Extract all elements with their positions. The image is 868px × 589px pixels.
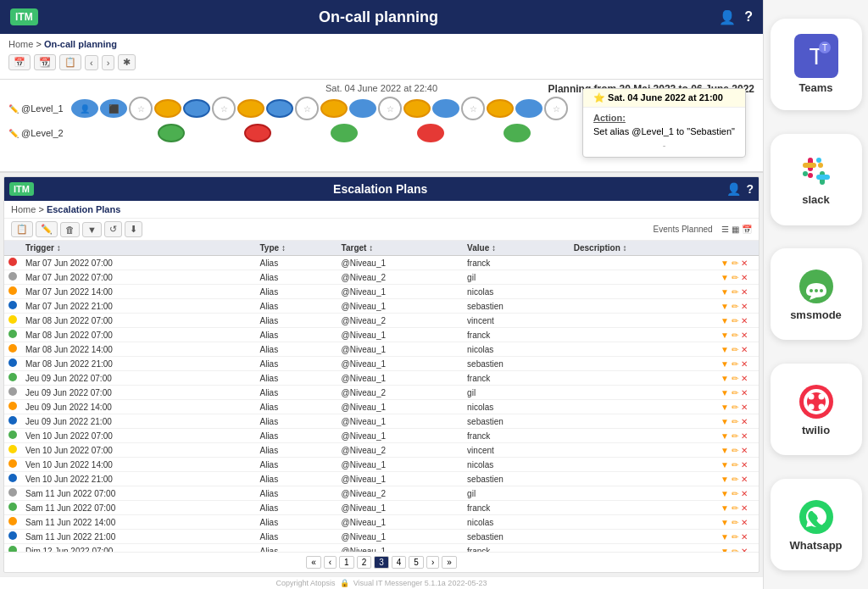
view-icon1[interactable]: ☰ [721, 225, 729, 234]
cell-l2-1[interactable] [158, 124, 185, 142]
row-filter-icon[interactable]: ▼ [721, 331, 729, 340]
row-delete-icon[interactable]: ✕ [741, 503, 748, 513]
cell-l1-8[interactable] [266, 99, 293, 118]
esc-user-icon[interactable]: 👤 [726, 182, 741, 196]
user-icon[interactable]: 👤 [719, 9, 736, 25]
row-filter-icon[interactable]: ▼ [721, 403, 729, 412]
first-page-btn[interactable]: « [306, 556, 321, 569]
col-value[interactable]: Value ↕ [463, 241, 570, 256]
esc-add-btn[interactable]: 📋 [11, 221, 33, 237]
row-delete-icon[interactable]: ✕ [741, 489, 748, 498]
cell-l1-3[interactable]: ☆ [129, 97, 153, 120]
row-edit-icon[interactable]: ✏ [732, 532, 738, 542]
cell-l1-14[interactable] [432, 99, 459, 118]
row-edit-icon[interactable]: ✏ [732, 359, 738, 369]
cell-l1-17[interactable] [515, 99, 542, 118]
row-filter-icon[interactable]: ▼ [721, 446, 729, 455]
edit-level2-icon[interactable]: ✏️ [8, 129, 19, 138]
calendar-btn[interactable]: 📅 [8, 54, 31, 70]
cell-l2-7[interactable] [331, 124, 358, 142]
page-1-btn[interactable]: 1 [339, 556, 354, 569]
next-page-btn[interactable]: › [426, 556, 439, 569]
row-delete-icon[interactable]: ✕ [741, 388, 748, 397]
row-delete-icon[interactable]: ✕ [741, 460, 748, 470]
help-icon[interactable]: ? [744, 9, 753, 25]
row-edit-icon[interactable]: ✏ [732, 403, 738, 412]
row-delete-icon[interactable]: ✕ [741, 273, 748, 282]
row-delete-icon[interactable]: ✕ [741, 359, 748, 369]
next-btn[interactable]: › [102, 55, 115, 70]
cell-l1-6[interactable]: ☆ [212, 97, 236, 120]
edit-level1-icon[interactable]: ✏️ [8, 104, 19, 114]
row-filter-icon[interactable]: ▼ [721, 460, 729, 470]
esc-export-btn[interactable]: ⬇ [125, 221, 142, 237]
row-filter-icon[interactable]: ▼ [721, 345, 729, 354]
col-target[interactable]: Target ↕ [337, 241, 463, 256]
col-type[interactable]: Type ↕ [256, 241, 337, 256]
cell-l1-5[interactable] [183, 99, 210, 118]
row-edit-icon[interactable]: ✏ [732, 475, 738, 484]
cell-l2-13[interactable] [504, 124, 531, 142]
cell-l2-4[interactable] [244, 124, 271, 142]
cell-l1-15[interactable]: ☆ [461, 97, 485, 120]
page-2-btn[interactable]: 2 [357, 556, 372, 569]
page-3-btn[interactable]: 3 [374, 556, 389, 569]
row-edit-icon[interactable]: ✏ [732, 345, 738, 354]
row-filter-icon[interactable]: ▼ [721, 532, 729, 542]
esc-breadcrumb-home[interactable]: Home [11, 204, 36, 214]
cell-l1-12[interactable]: ☆ [378, 97, 402, 120]
row-edit-icon[interactable]: ✏ [732, 316, 738, 325]
teams-card[interactable]: T T Teams [771, 19, 862, 110]
calendar-btn3[interactable]: 📋 [59, 54, 81, 70]
row-edit-icon[interactable]: ✏ [732, 446, 738, 455]
last-page-btn[interactable]: » [442, 556, 457, 569]
row-edit-icon[interactable]: ✏ [732, 417, 738, 426]
row-delete-icon[interactable]: ✕ [741, 345, 748, 354]
row-edit-icon[interactable]: ✏ [732, 431, 738, 441]
cell-l1-9[interactable]: ☆ [295, 97, 319, 120]
esc-refresh-btn[interactable]: ↺ [104, 221, 122, 237]
row-filter-icon[interactable]: ▼ [721, 417, 729, 426]
cell-l1-16[interactable] [487, 99, 514, 118]
breadcrumb-home[interactable]: Home [8, 39, 33, 49]
esc-btn2[interactable]: ✏️ [36, 221, 58, 237]
row-delete-icon[interactable]: ✕ [741, 316, 748, 325]
row-edit-icon[interactable]: ✏ [732, 374, 738, 383]
twilio-card[interactable]: twilio [771, 364, 862, 455]
prev-page-btn[interactable]: ‹ [324, 556, 337, 569]
row-edit-icon[interactable]: ✏ [732, 302, 738, 311]
whatsapp-card[interactable]: Whatsapp [771, 479, 862, 570]
row-delete-icon[interactable]: ✕ [741, 446, 748, 455]
esc-help-icon[interactable]: ? [746, 182, 754, 196]
row-edit-icon[interactable]: ✏ [732, 331, 738, 340]
row-delete-icon[interactable]: ✕ [741, 475, 748, 484]
row-delete-icon[interactable]: ✕ [741, 431, 748, 441]
row-delete-icon[interactable]: ✕ [741, 331, 748, 340]
row-edit-icon[interactable]: ✏ [732, 460, 738, 470]
row-edit-icon[interactable]: ✏ [732, 503, 738, 513]
esc-filter-btn[interactable]: ▼ [82, 222, 102, 237]
row-edit-icon[interactable]: ✏ [732, 258, 738, 268]
row-filter-icon[interactable]: ▼ [721, 287, 729, 297]
row-delete-icon[interactable]: ✕ [741, 403, 748, 412]
cell-l1-7[interactable] [237, 99, 264, 118]
row-filter-icon[interactable]: ▼ [721, 489, 729, 498]
esc-btn3[interactable]: 🗑 [60, 222, 80, 237]
slack-card[interactable]: slack [771, 134, 862, 225]
row-filter-icon[interactable]: ▼ [721, 475, 729, 484]
view-icon2[interactable]: ▦ [732, 225, 739, 234]
row-filter-icon[interactable]: ▼ [721, 258, 729, 268]
row-filter-icon[interactable]: ▼ [721, 431, 729, 441]
cell-l1-11[interactable] [349, 99, 376, 118]
cell-l1-18[interactable]: ☆ [544, 97, 568, 120]
col-description[interactable]: Description ↕ [570, 241, 716, 256]
page-5-btn[interactable]: 5 [409, 556, 424, 569]
calendar-btn2[interactable]: 📆 [34, 54, 56, 70]
cell-l1-2[interactable]: ⬛ [100, 99, 127, 118]
row-edit-icon[interactable]: ✏ [732, 287, 738, 297]
cell-l1-10[interactable] [320, 99, 348, 118]
cell-l2-10[interactable] [417, 124, 444, 142]
row-filter-icon[interactable]: ▼ [721, 374, 729, 383]
row-edit-icon[interactable]: ✏ [732, 489, 738, 498]
cell-l1-4[interactable] [154, 99, 181, 118]
